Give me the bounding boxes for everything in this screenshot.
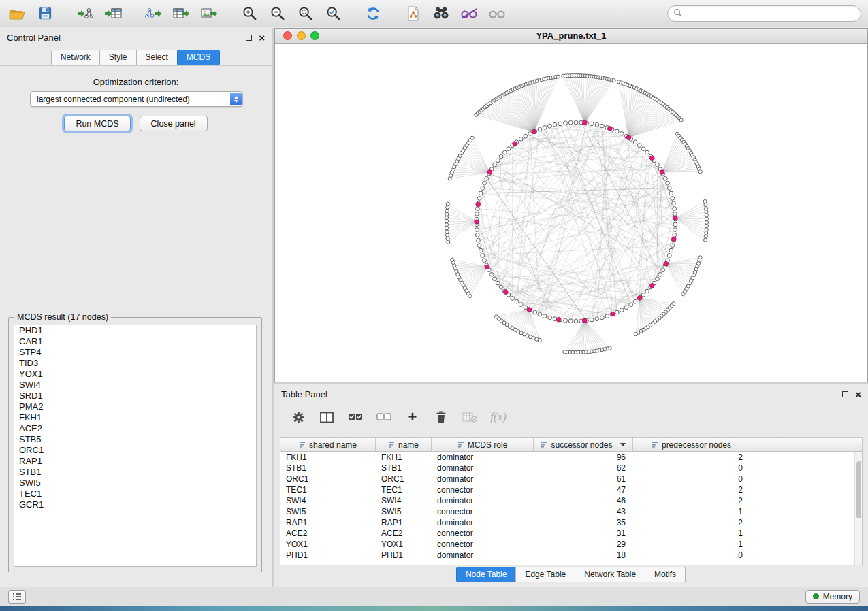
table-cell[interactable]: connector (432, 506, 534, 517)
table-cell[interactable]: TEC1 (376, 484, 432, 495)
mcds-result-item[interactable]: ACE2 (14, 423, 256, 434)
open-session-icon[interactable] (7, 3, 27, 24)
table-cell[interactable]: dominator (432, 474, 534, 484)
table-cell[interactable]: STB1 (280, 463, 376, 474)
table-cell[interactable]: 1 (633, 506, 750, 517)
table-cell[interactable]: 1 (633, 528, 750, 539)
optimization-criterion-select[interactable]: largest connected component (undirected) (30, 91, 243, 107)
table-cell[interactable]: 43 (534, 506, 633, 517)
apply-layout-icon[interactable] (363, 3, 383, 24)
duplicate-network-icon[interactable] (403, 3, 423, 24)
zoom-selected-icon[interactable] (323, 3, 343, 24)
table-cell[interactable]: connector (432, 484, 534, 495)
scrollbar-thumb[interactable] (856, 461, 861, 518)
table-cell[interactable]: TEC1 (280, 484, 376, 495)
tab-network[interactable]: Network (51, 50, 100, 65)
table-cell[interactable]: PHD1 (376, 550, 432, 561)
close-panel-button[interactable]: Close panel (140, 116, 208, 131)
search-field[interactable] (667, 5, 861, 22)
table-row[interactable]: SWI5SWI5connector431 (280, 506, 854, 517)
network-canvas[interactable] (275, 44, 867, 382)
table-cell[interactable]: 47 (534, 484, 633, 495)
float-panel-icon[interactable] (842, 391, 848, 397)
table-cell[interactable]: YOX1 (280, 539, 376, 550)
delete-table-icon[interactable] (461, 408, 479, 426)
table-cell[interactable]: SWI4 (376, 495, 432, 506)
table-cell[interactable]: FKH1 (376, 452, 432, 463)
mcds-result-item[interactable]: RAP1 (14, 456, 256, 467)
table-row[interactable]: RAP1RAP1dominator352 (280, 517, 854, 528)
table-cell[interactable]: dominator (432, 463, 534, 474)
table-cell[interactable]: STB1 (376, 463, 432, 474)
tab-network-table[interactable]: Network Table (575, 567, 645, 582)
save-session-icon[interactable] (35, 3, 55, 24)
search-input[interactable] (686, 9, 855, 18)
window-minimize-button[interactable] (297, 31, 306, 40)
table-row[interactable]: YOX1YOX1connector291 (280, 539, 854, 550)
mcds-result-item[interactable]: FKH1 (14, 412, 256, 423)
float-panel-icon[interactable] (246, 35, 252, 41)
table-cell[interactable]: 46 (534, 495, 633, 506)
run-mcds-button[interactable]: Run MCDS (64, 116, 130, 131)
show-columns-icon[interactable] (318, 408, 336, 426)
table-row[interactable]: FKH1FKH1dominator962 (280, 452, 854, 463)
mcds-result-item[interactable]: CAR1 (14, 336, 256, 347)
table-cell[interactable]: 0 (633, 463, 750, 474)
import-table-icon[interactable] (103, 3, 123, 24)
table-cell[interactable]: ORC1 (280, 474, 376, 484)
table-cell[interactable]: 0 (633, 550, 750, 561)
table-cell[interactable]: FKH1 (280, 452, 376, 463)
table-cell[interactable]: SWI5 (376, 506, 432, 517)
delete-column-icon[interactable] (432, 408, 450, 426)
mcds-result-item[interactable]: ORC1 (14, 445, 256, 456)
table-row[interactable]: ORC1ORC1dominator610 (280, 474, 854, 484)
table-cell[interactable]: SWI5 (280, 506, 376, 517)
table-cell[interactable]: 31 (534, 528, 633, 539)
table-cell[interactable]: RAP1 (376, 517, 432, 528)
mcds-result-item[interactable]: STB1 (14, 467, 256, 478)
table-cell[interactable]: 96 (534, 452, 633, 463)
table-scrollbar[interactable] (854, 452, 862, 565)
column-menu-icon[interactable] (620, 443, 626, 446)
mcds-result-item[interactable]: STB5 (14, 434, 256, 445)
close-panel-icon[interactable]: × (855, 389, 861, 399)
table-cell[interactable]: 62 (534, 463, 633, 474)
table-cell[interactable]: 1 (633, 539, 750, 550)
export-table-icon[interactable] (171, 3, 191, 24)
tab-edge-table[interactable]: Edge Table (515, 567, 575, 582)
zoom-out-icon[interactable] (267, 3, 287, 24)
table-row[interactable]: STB1STB1dominator620 (280, 463, 854, 474)
column-header-name[interactable]: name (376, 438, 432, 451)
table-cell[interactable]: 35 (534, 517, 633, 528)
table-cell[interactable]: 0 (633, 474, 750, 484)
mcds-result-item[interactable]: STP4 (14, 347, 256, 358)
zoom-fit-icon[interactable] (295, 3, 315, 24)
mcds-result-item[interactable]: YOX1 (14, 369, 256, 380)
table-cell[interactable]: ORC1 (376, 474, 432, 484)
table-cell[interactable]: PHD1 (280, 550, 376, 561)
table-cell[interactable]: dominator (432, 550, 534, 561)
tab-node-table[interactable]: Node Table (456, 567, 517, 582)
mcds-result-item[interactable]: SWI4 (14, 380, 256, 391)
table-cell[interactable]: connector (432, 539, 534, 550)
panel-toggle-icon[interactable] (8, 590, 26, 604)
table-cell[interactable]: connector (432, 528, 534, 539)
table-cell[interactable]: RAP1 (280, 517, 376, 528)
table-row[interactable]: TEC1TEC1connector472 (280, 484, 854, 495)
table-cell[interactable]: ACE2 (280, 528, 376, 539)
table-row[interactable]: PHD1PHD1dominator180 (280, 550, 854, 561)
table-cell[interactable]: ACE2 (376, 528, 432, 539)
tab-style[interactable]: Style (99, 50, 137, 65)
column-header-mcds-role[interactable]: MCDS role (432, 438, 534, 451)
table-cell[interactable]: 2 (633, 484, 750, 495)
mcds-result-item[interactable]: SWI5 (14, 478, 256, 489)
mcds-result-item[interactable]: PMA2 (14, 401, 256, 412)
network-window-titlebar[interactable]: YPA_prune.txt_1 (275, 29, 867, 44)
mcds-result-item[interactable]: SRD1 (14, 391, 256, 401)
table-mode-icon[interactable] (289, 408, 307, 426)
mcds-result-item[interactable]: TEC1 (14, 489, 256, 499)
create-column-icon[interactable]: + (404, 408, 421, 426)
hide-selected-icon[interactable] (459, 3, 479, 24)
table-row[interactable]: SWI4SWI4dominator462 (280, 495, 854, 506)
table-cell[interactable]: dominator (432, 452, 534, 463)
